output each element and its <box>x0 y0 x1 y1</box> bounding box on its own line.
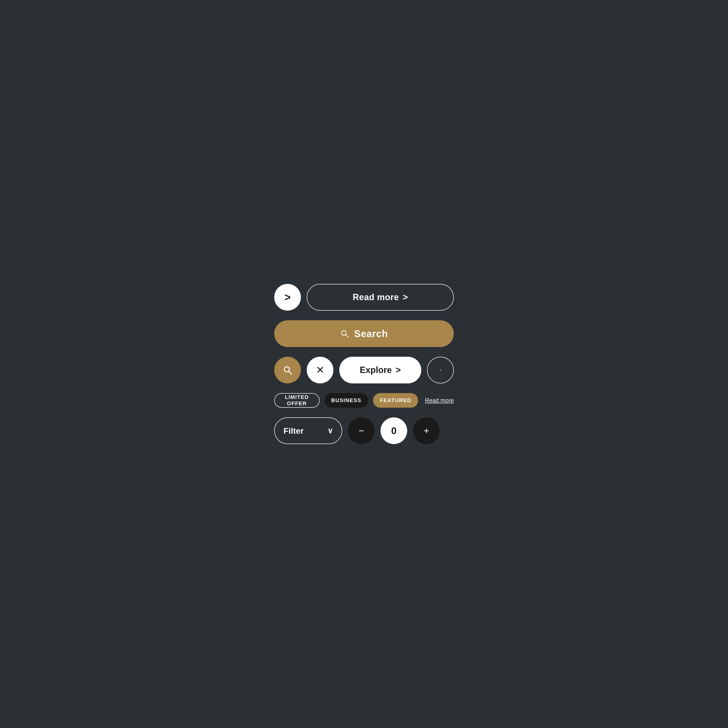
close-circle-button[interactable]: ✕ <box>307 357 333 384</box>
search-label: Search <box>354 328 388 339</box>
minus-icon: − <box>358 426 364 436</box>
business-label: BUSINESS <box>331 397 361 404</box>
read-more-link[interactable]: Read more <box>425 397 454 404</box>
plus-icon: + <box>424 426 429 435</box>
limited-offer-label: LIMITED OFFER <box>281 394 312 407</box>
increment-button[interactable]: + <box>413 418 440 444</box>
search-icon <box>283 365 293 375</box>
row-1: > Read more > <box>274 284 454 310</box>
svg-line-3 <box>289 371 292 374</box>
featured-tag[interactable]: FEATURED <box>373 393 418 408</box>
chevron-right-outline-icon: > <box>439 369 441 372</box>
filter-dropdown-button[interactable]: Filter ∨ <box>274 418 342 444</box>
explore-label: Explore <box>359 365 392 375</box>
read-more-button[interactable]: Read more > <box>307 284 454 310</box>
filter-label: Filter <box>283 426 304 436</box>
business-tag[interactable]: BUSINESS <box>324 393 368 408</box>
row-2: Search <box>274 320 454 347</box>
counter-display: 0 <box>381 418 407 444</box>
svg-line-1 <box>346 335 349 337</box>
chevron-circle-button[interactable]: > <box>274 284 301 310</box>
row-5: Filter ∨ − 0 + <box>274 418 454 444</box>
read-more-label: Read more <box>353 292 399 302</box>
explore-chevron-icon: > <box>396 365 401 375</box>
search-bar-button[interactable]: Search <box>274 320 454 347</box>
explore-button[interactable]: Explore > <box>339 357 421 384</box>
chevron-outline-circle-button[interactable]: > <box>427 357 454 384</box>
read-more-chevron-icon: > <box>403 292 408 302</box>
featured-label: FEATURED <box>380 397 411 404</box>
close-icon: ✕ <box>316 365 324 375</box>
chevron-down-icon: ∨ <box>327 426 333 435</box>
ui-container: > Read more > Search ✕ Explore <box>274 284 454 444</box>
row-3: ✕ Explore > > <box>274 357 454 384</box>
counter-value: 0 <box>391 425 396 436</box>
chevron-right-icon: > <box>284 292 291 303</box>
limited-offer-tag[interactable]: LIMITED OFFER <box>274 393 320 408</box>
decrement-button[interactable]: − <box>348 418 375 444</box>
row-4: LIMITED OFFER BUSINESS FEATURED Read mor… <box>274 393 454 408</box>
search-icon <box>340 329 349 338</box>
search-circle-button[interactable] <box>274 357 301 384</box>
